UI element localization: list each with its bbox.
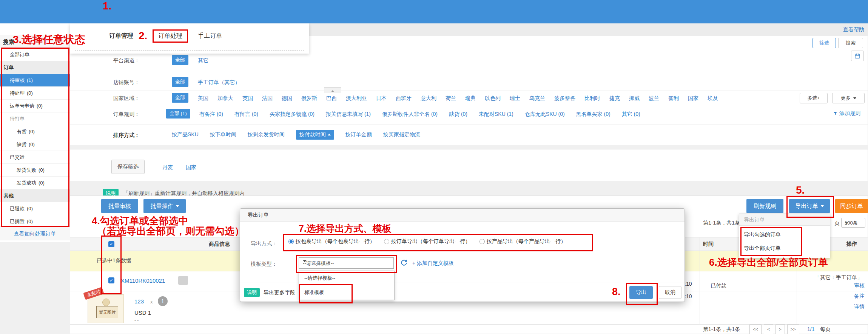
rule-link[interactable]: 有备注 (0) <box>199 111 223 118</box>
order-row-checkbox[interactable]: ✓ <box>108 277 114 283</box>
template-option-placeholder[interactable]: --请选择模板-- <box>299 271 394 285</box>
country-link[interactable]: 荷兰 <box>446 95 456 102</box>
sidebar-status-item[interactable]: 运单号申请(0) <box>0 100 70 112</box>
country-link[interactable]: 俄罗斯 <box>301 95 317 102</box>
filter-button[interactable]: 筛选 <box>812 38 836 48</box>
sidebar-status-item[interactable]: 其他 <box>0 189 70 202</box>
multi-select-button[interactable]: 多选+ <box>800 93 828 103</box>
platform-all-chip[interactable]: 全部 <box>172 55 188 65</box>
rule-link[interactable]: 俄罗斯收件人非全名 (0) <box>382 111 438 118</box>
country-link[interactable]: 美国 <box>198 95 208 102</box>
close-icon[interactable]: × <box>248 212 678 218</box>
country-link[interactable]: 乌克兰 <box>529 95 545 102</box>
more-button[interactable]: 更多 <box>832 93 865 103</box>
export-mode-radio[interactable]: 按产品导出（每个产品导出一行） <box>479 238 566 245</box>
sidebar-status-item[interactable]: 已搁置(0) <box>0 215 70 228</box>
submenu-item-order-processing[interactable]: 订单处理 <box>153 29 188 43</box>
country-link[interactable]: 瑞士 <box>510 95 520 102</box>
country-link[interactable]: 国家 <box>688 95 698 102</box>
country-link[interactable]: 智利 <box>668 95 679 102</box>
batch-review-button[interactable]: 批量审核 <box>101 199 138 213</box>
order-id-link[interactable]: XM110RK010021 <box>121 277 165 284</box>
last-page-button[interactable]: >> <box>787 325 799 334</box>
country-all-chip[interactable]: 全部 <box>172 93 188 103</box>
save-filter-button[interactable]: 保存筛选 <box>111 160 145 174</box>
rule-link[interactable]: 缺货 (0) <box>449 111 467 118</box>
prev-page-button[interactable]: < <box>764 325 773 334</box>
rules-all-chip[interactable]: 全部 (1) <box>166 109 190 119</box>
country-link[interactable]: 挪威 <box>629 95 640 102</box>
sidebar-status-item[interactable]: 已交运 <box>0 151 70 164</box>
sidebar-status-item[interactable]: 缺货(0) <box>0 138 70 151</box>
country-link[interactable]: 日本 <box>376 95 387 102</box>
refresh-icon[interactable] <box>400 259 408 266</box>
rule-link[interactable]: 其它 (0) <box>622 111 640 118</box>
submenu-item-manual-order[interactable]: 手工订单 <box>198 32 222 40</box>
country-link[interactable]: 以色列 <box>485 95 501 102</box>
collapse-filters-tab[interactable] <box>324 87 341 93</box>
select-all-checkbox[interactable]: ✓ <box>108 241 114 247</box>
sidebar-status-item[interactable]: 已退款(0) <box>0 202 70 215</box>
sidebar-status-item[interactable]: 待打单 <box>0 112 70 125</box>
rule-link[interactable]: 仓库无此SKU (0) <box>525 111 565 118</box>
order-action-link[interactable]: 审核 <box>827 282 865 293</box>
saved-filter-link[interactable]: 国家 <box>186 164 196 171</box>
country-link[interactable]: 捷克 <box>609 95 620 102</box>
country-link[interactable]: 法国 <box>262 95 273 102</box>
country-link[interactable]: 意大利 <box>421 95 436 102</box>
country-link[interactable]: 比利时 <box>584 95 600 102</box>
export-mode-radio[interactable]: 按包裹导出（每个包裹导出一行） <box>288 238 375 245</box>
export-orders-button[interactable]: 导出订单 <box>789 199 830 213</box>
pagination-top-perpage-select[interactable]: 100条 <box>841 218 865 228</box>
sidebar-status-item[interactable]: 待处理(0) <box>0 87 70 100</box>
next-page-button[interactable]: > <box>775 325 785 334</box>
sidebar-status-item[interactable]: 有货(0) <box>0 125 70 138</box>
order-action-link[interactable]: 详情 <box>827 303 865 314</box>
add-custom-template-link[interactable]: + 添加自定义模板 <box>412 260 454 267</box>
export-menu-item[interactable]: 导出全部页订单 <box>739 241 830 255</box>
sort-option[interactable]: 按下单时间 <box>210 131 236 138</box>
template-option-standard[interactable]: 标准模板 <box>299 285 394 300</box>
sort-option[interactable]: 按剩余发货时间 <box>248 131 285 138</box>
export-confirm-button[interactable]: 导出 <box>629 286 653 299</box>
store-all-chip[interactable]: 全部 <box>172 77 188 87</box>
export-menu-item[interactable]: 导出勾选的订单 <box>739 228 830 241</box>
sort-option[interactable]: 按订单金额 <box>345 131 372 138</box>
sidebar-status-item[interactable]: 订单 <box>0 61 70 74</box>
country-link[interactable]: 波多黎各 <box>554 95 575 102</box>
sync-orders-button[interactable]: 同步订单 <box>835 199 868 213</box>
store-manual-link[interactable]: 手工订单（其它） <box>198 79 240 86</box>
country-link[interactable]: 西班牙 <box>396 95 412 102</box>
sidebar-status-item[interactable]: 全部订单 <box>0 48 70 61</box>
country-link[interactable]: 澳大利亚 <box>346 95 367 102</box>
how-to-process-orders-link[interactable]: 查看如何处理订单 <box>0 226 70 240</box>
order-action-link[interactable]: 备注 <box>827 293 865 303</box>
rule-link[interactable]: 报关信息未填写 (1) <box>326 111 371 118</box>
rule-link[interactable]: 有留言 (0) <box>234 111 258 118</box>
country-link[interactable]: 埃及 <box>708 95 718 102</box>
first-page-button[interactable]: << <box>749 325 762 334</box>
add-rule-link[interactable]: 添加规则 <box>833 110 860 117</box>
template-select[interactable]: --请选择模板-- <box>299 257 394 269</box>
search-button[interactable]: 搜索 <box>838 38 863 48</box>
country-link[interactable]: 德国 <box>282 95 292 102</box>
country-link[interactable]: 波兰 <box>649 95 659 102</box>
sort-option[interactable]: 按买家指定物流 <box>383 131 420 138</box>
saved-filter-link[interactable]: 丹麦 <box>162 164 173 171</box>
platform-other-link[interactable]: 其它 <box>198 57 208 64</box>
rule-link[interactable]: 买家指定多物流 (0) <box>270 111 315 118</box>
country-link[interactable]: 加拿大 <box>217 95 233 102</box>
sidebar-status-item[interactable]: 发货成功(0) <box>0 177 70 189</box>
cancel-button[interactable]: 取消 <box>659 286 681 299</box>
export-mode-radio[interactable]: 按订单导出（每个订单导出一行） <box>384 238 470 245</box>
batch-operations-button[interactable]: 批量操作 <box>143 199 186 213</box>
sidebar-status-item[interactable]: 发货失败(0) <box>0 164 70 177</box>
product-sku-link[interactable]: 123 <box>134 298 144 305</box>
rule-link[interactable]: 未配对SKU (1) <box>479 111 513 118</box>
view-help-link[interactable]: 查看帮助 <box>843 26 864 33</box>
sort-option[interactable]: 按产品SKU <box>172 131 199 138</box>
country-link[interactable]: 英国 <box>242 95 253 102</box>
sidebar-status-item[interactable]: 待审核(1) <box>0 74 70 87</box>
country-link[interactable]: 瑞典 <box>465 95 476 102</box>
refresh-rules-button[interactable]: 刷新规则 <box>746 199 783 213</box>
